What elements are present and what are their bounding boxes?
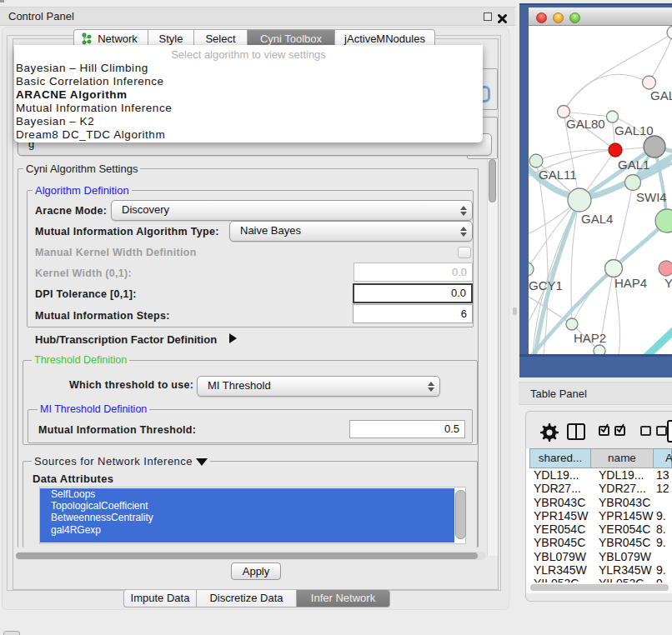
svg-text:SWI4: SWI4 [636, 190, 667, 204]
svg-text:GAL10: GAL10 [614, 123, 654, 138]
svg-text:GAL1: GAL1 [618, 158, 649, 172]
svg-text:HAP4: HAP4 [614, 276, 647, 290]
svg-text:GAL11: GAL11 [539, 168, 577, 182]
svg-text:GCY1: GCY1 [529, 278, 563, 292]
svg-text:GAL4: GAL4 [581, 212, 613, 226]
svg-text:HAP2: HAP2 [574, 331, 606, 345]
svg-text:Y: Y [664, 276, 672, 290]
svg-text:GAL7: GAL7 [650, 88, 672, 102]
svg-text:GAL80: GAL80 [566, 117, 605, 131]
